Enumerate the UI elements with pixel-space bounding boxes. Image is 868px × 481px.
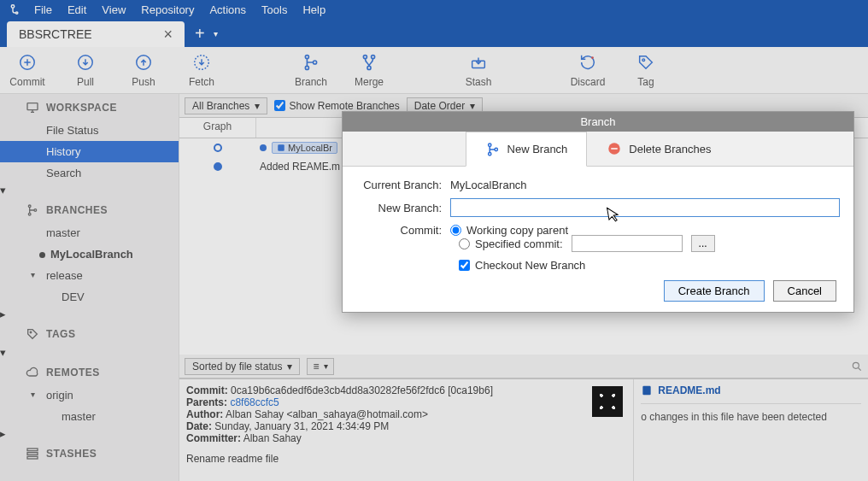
menu-tools[interactable]: Tools xyxy=(255,2,294,18)
monitor-icon xyxy=(26,101,39,114)
fetch-button[interactable]: Fetch xyxy=(181,53,222,88)
bottom-panel: Commit: 0ca19b6ca6dedf6de3cb4dd8a30282fe… xyxy=(179,378,868,481)
svg-point-8 xyxy=(314,60,317,63)
svg-point-6 xyxy=(305,55,308,58)
tab-delete-branches[interactable]: Delete Branches xyxy=(587,132,730,166)
show-remote-checkbox[interactable]: Show Remote Branches xyxy=(274,100,399,112)
new-branch-input[interactable] xyxy=(450,198,840,217)
svg-point-1 xyxy=(16,12,18,14)
plus-icon: + xyxy=(195,24,205,44)
menu-repository[interactable]: Repository xyxy=(134,2,201,18)
current-branch-label: Current Branch: xyxy=(356,179,450,191)
menu-file[interactable]: File xyxy=(27,2,59,18)
svg-rect-22 xyxy=(27,456,38,459)
close-icon[interactable]: × xyxy=(161,26,177,44)
svg-rect-30 xyxy=(612,148,619,150)
dialog-tabs: New Branch Delete Branches xyxy=(343,132,853,167)
head-marker-icon xyxy=(260,144,267,151)
tags-header[interactable]: TAGS xyxy=(0,320,179,346)
menu-help[interactable]: Help xyxy=(296,2,332,18)
menu-edit[interactable]: Edit xyxy=(61,2,93,18)
branch-mylocal[interactable]: MyLocalBranch xyxy=(0,243,179,265)
repo-tab[interactable]: BBSRCTREE × xyxy=(7,21,185,47)
svg-point-11 xyxy=(367,66,371,69)
chevron-down-icon: ▾ xyxy=(214,29,218,38)
discard-icon xyxy=(578,53,597,72)
commit-message: Rename readme file xyxy=(186,453,626,465)
push-button[interactable]: Push xyxy=(123,53,164,88)
menu-view[interactable]: View xyxy=(95,2,132,18)
branch-release[interactable]: release xyxy=(0,265,179,286)
tag-button[interactable]: Tag xyxy=(625,53,666,88)
toolbar: Commit Pull Push Fetch Branch Merge Stas… xyxy=(0,47,868,94)
stashes-header[interactable]: STASHES xyxy=(0,440,179,466)
remote-origin[interactable]: origin xyxy=(0,384,179,406)
upload-icon xyxy=(134,53,153,72)
chevron-down-icon[interactable]: ▾ xyxy=(0,346,6,359)
radio-specified-commit[interactable]: Specified commit: ... xyxy=(459,235,840,252)
branch-dev[interactable]: DEV xyxy=(0,286,179,308)
tab-new-branch[interactable]: New Branch xyxy=(466,132,588,167)
create-branch-button[interactable]: Create Branch xyxy=(664,280,765,302)
remote-origin-master[interactable]: master xyxy=(0,406,179,427)
svg-point-14 xyxy=(642,58,645,61)
dialog-body: Current Branch: MyLocalBranch New Branch… xyxy=(343,167,853,312)
branch-master[interactable]: master xyxy=(0,222,179,243)
tabbar: BBSRCTREE × + ▾ xyxy=(0,19,868,47)
chevron-down-icon: ▾ xyxy=(470,100,475,112)
svg-point-18 xyxy=(34,209,37,212)
plus-circle-icon xyxy=(18,53,37,72)
chevron-down-icon: ▾ xyxy=(287,361,292,372)
avatar xyxy=(592,386,623,417)
pull-button[interactable]: Pull xyxy=(65,53,106,88)
merge-button[interactable]: Merge xyxy=(349,53,390,88)
file-panel: README.md o changes in this file have be… xyxy=(634,379,868,481)
menu-actions[interactable]: Actions xyxy=(202,2,253,18)
branch-icon xyxy=(485,142,501,157)
sidebar-history[interactable]: History xyxy=(0,141,179,162)
sort-bar: Sorted by file status▾ ≡ ▾ xyxy=(179,355,868,378)
svg-rect-25 xyxy=(643,386,651,396)
workspace-header[interactable]: WORKSPACE xyxy=(0,94,179,120)
menubar: File Edit View Repository Actions Tools … xyxy=(0,0,868,19)
svg-point-16 xyxy=(28,205,31,208)
new-tab-button[interactable]: + ▾ xyxy=(186,24,225,47)
merge-icon xyxy=(360,53,378,72)
sort-dropdown[interactable]: Sorted by file status▾ xyxy=(185,358,300,375)
commit-details: Commit: 0ca19b6ca6dedf6de3cb4dd8a30282fe… xyxy=(179,379,634,481)
svg-rect-23 xyxy=(278,144,284,151)
chevron-down-icon[interactable]: ▾ xyxy=(31,390,35,399)
new-branch-label: New Branch: xyxy=(356,202,450,214)
chevron-down-icon[interactable]: ▾ xyxy=(0,184,6,197)
browse-commit-button[interactable]: ... xyxy=(691,235,715,252)
chevron-right-icon[interactable]: ▸ xyxy=(0,427,6,440)
branch-dialog: Branch New Branch Delete Branches Curren… xyxy=(342,111,854,313)
stash-button[interactable]: Stash xyxy=(458,53,499,88)
parent-link[interactable]: c8f68ccfc5 xyxy=(230,396,279,408)
specified-commit-input[interactable] xyxy=(572,235,683,252)
search-icon[interactable] xyxy=(851,361,863,372)
svg-point-7 xyxy=(305,66,308,69)
sidebar-search[interactable]: Search xyxy=(0,162,179,184)
svg-rect-21 xyxy=(27,453,38,455)
chevron-down-icon[interactable]: ▾ xyxy=(31,270,35,279)
branches-header[interactable]: BRANCHES xyxy=(0,197,179,222)
commit-button[interactable]: Commit xyxy=(7,53,48,88)
all-branches-dropdown[interactable]: All Branches▾ xyxy=(185,97,267,114)
cancel-button[interactable]: Cancel xyxy=(773,280,836,302)
chevron-right-icon[interactable]: ▸ xyxy=(0,308,6,320)
svg-rect-15 xyxy=(27,103,38,110)
remotes-header[interactable]: REMOTES xyxy=(0,359,179,384)
sidebar-file-status[interactable]: File Status xyxy=(0,120,179,141)
svg-point-26 xyxy=(488,144,490,146)
discard-button[interactable]: Discard xyxy=(567,53,608,88)
checkout-new-branch-checkbox[interactable]: Checkout New Branch xyxy=(356,259,840,272)
file-name[interactable]: README.md xyxy=(641,384,861,396)
commit-node-icon xyxy=(214,162,222,171)
svg-point-13 xyxy=(591,56,594,59)
view-options-dropdown[interactable]: ≡ ▾ xyxy=(307,358,334,375)
svg-point-27 xyxy=(488,152,490,155)
download-icon xyxy=(76,53,95,72)
commit-label: Commit: xyxy=(356,224,450,237)
branch-button[interactable]: Branch xyxy=(290,53,331,88)
